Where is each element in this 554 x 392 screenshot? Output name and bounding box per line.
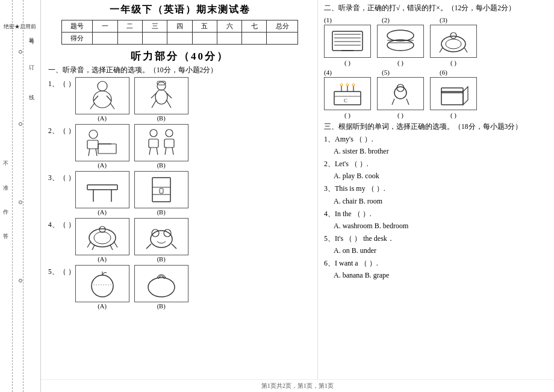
svg-line-37 <box>87 241 91 247</box>
q2-label-a: (A) <box>98 162 107 169</box>
q5-images: (A) (B) <box>75 265 188 310</box>
q2-option-b: (B) <box>134 124 188 169</box>
question-5: 5、（ ） (A) <box>48 265 311 310</box>
section2-title: 二、听录音，正确的打√，错误的打×。（12分，每小题2分） <box>324 4 548 13</box>
svg-point-19 <box>150 129 157 137</box>
q5-label-a: (A) <box>98 303 107 310</box>
svg-point-23 <box>166 129 173 137</box>
score-row-6 <box>217 33 241 45</box>
svg-line-45 <box>172 244 176 249</box>
s2-bracket-6: ( ) <box>450 111 456 119</box>
svg-point-43 <box>164 229 171 237</box>
s2-img-4: C ( ) <box>324 77 371 119</box>
listening-title: 听力部分（40分） <box>48 49 311 63</box>
q4-img-b <box>134 218 188 255</box>
section1-title: 一、听录音，选择正确的选项。（10分，每小题2分） <box>48 66 311 75</box>
score-row-7 <box>242 33 267 45</box>
table-header-3: 三 <box>143 20 167 33</box>
table-header-8: 总分 <box>267 20 298 33</box>
section2-r1-l0: (1) <box>324 16 371 23</box>
q4-option-a: (A) <box>75 218 129 263</box>
vocab-q1: 1、Amy's （ ）. <box>324 134 548 145</box>
margin-label-bu: 不 <box>2 157 10 158</box>
s2-img-2: ( ) <box>377 25 424 66</box>
vocab-q2: 2、Let's （ ）. <box>324 158 548 170</box>
section2-r2-l2: (6) <box>440 69 487 76</box>
svg-point-41 <box>151 231 172 247</box>
q2-label: 2、（ ） <box>48 124 75 135</box>
s2-box-5 <box>377 77 424 110</box>
question-4: 4、（ ） <box>48 218 311 263</box>
svg-line-39 <box>114 241 117 247</box>
svg-line-75 <box>392 99 394 105</box>
section2-r2-l1: (5) <box>382 69 429 76</box>
vocab-q2-options: A. play B. cook <box>324 172 548 181</box>
section2-row1-labels: (1) (2) (3) <box>324 16 548 23</box>
svg-line-44 <box>146 244 151 249</box>
main-content: 一年级下（英语）期末测试卷 题号 一 二 三 四 五 六 七 总分 得分 <box>41 0 554 392</box>
svg-rect-24 <box>164 139 174 148</box>
q5-option-a: (A) <box>75 265 129 310</box>
q5-label: 5、（ ） <box>48 265 75 276</box>
svg-line-10 <box>167 101 171 108</box>
section2-row2-labels: (4) (5) (6) <box>324 69 548 76</box>
section2-row1-images: ( ) ( ) <box>324 25 548 66</box>
q1-option-a: (A) <box>75 77 129 122</box>
svg-point-61 <box>450 33 456 39</box>
q1-img-a <box>75 77 129 114</box>
q4-label-b: (B) <box>157 256 166 263</box>
vocab-q3-options: A. chair B. room <box>324 197 548 206</box>
q5-option-b: (B) <box>134 265 188 310</box>
svg-line-26 <box>172 148 173 155</box>
q3-label-a: (A) <box>98 209 107 216</box>
table-header-2: 二 <box>117 20 142 33</box>
table-header-5: 五 <box>192 20 217 33</box>
svg-line-63 <box>464 48 467 52</box>
score-row-4 <box>167 33 192 45</box>
svg-rect-30 <box>152 178 170 202</box>
table-header-1: 一 <box>93 20 117 33</box>
svg-line-22 <box>157 148 158 155</box>
vocab-q1-options: A. sister B. brother <box>324 147 548 156</box>
q5-label-b: (B) <box>157 303 166 310</box>
s2-img-6: ( ) <box>430 77 477 119</box>
q2-option-a: (A) <box>75 124 129 169</box>
svg-line-2 <box>90 103 95 109</box>
section2-r2-l0: (4) <box>324 69 371 76</box>
q2-images: (A) <box>75 124 188 169</box>
vocab-q5-text: 5、It's （ ） the desk． <box>324 234 394 243</box>
q1-images: (A) <box>75 77 188 122</box>
s2-bracket-5: ( ) <box>397 111 403 119</box>
s2-box-4: C <box>324 77 371 110</box>
q5-img-b <box>134 265 188 302</box>
svg-point-6 <box>157 82 166 90</box>
table-header-0: 题号 <box>61 20 93 33</box>
q4-images: (A) <box>75 218 188 263</box>
svg-point-48 <box>148 278 175 297</box>
svg-rect-33 <box>160 188 163 193</box>
q4-img-a <box>75 218 129 255</box>
vocab-q4: 4、In the （ ）. <box>324 208 548 220</box>
svg-line-40 <box>110 245 113 250</box>
section2-r1-l1: (2) <box>382 16 429 23</box>
q3-img-a <box>75 171 129 208</box>
svg-rect-18 <box>98 144 116 154</box>
q4-label-a: (A) <box>98 256 107 263</box>
margin-label-da: 答 <box>2 229 10 230</box>
svg-point-35 <box>94 232 111 244</box>
table-header-7: 七 <box>242 20 267 33</box>
svg-point-8 <box>155 90 167 104</box>
question-3: 3、（ ） (A) <box>48 171 311 216</box>
vocab-q3: 3、This is my （ ）. <box>324 183 548 194</box>
score-row-3 <box>143 33 167 45</box>
q3-option-b: (B) <box>134 171 188 216</box>
svg-point-0 <box>98 81 107 91</box>
s2-box-1 <box>324 25 371 58</box>
svg-line-15 <box>89 149 90 156</box>
svg-point-46 <box>92 275 113 297</box>
score-row-5 <box>192 33 217 45</box>
q3-img-b <box>134 171 188 208</box>
margin-label-xian: 线 <box>28 90 36 92</box>
svg-point-60 <box>446 39 461 49</box>
q4-label: 4、（ ） <box>48 218 75 229</box>
